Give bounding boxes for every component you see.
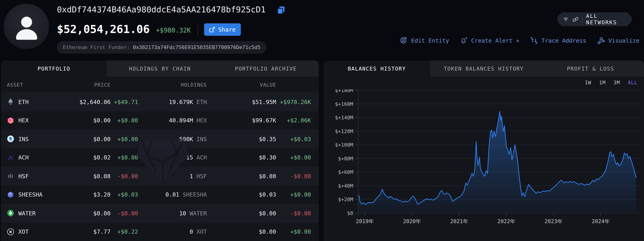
table-row[interactable]: WATER$0.00-$0.0010 WATER$0.00-$0.00 (1, 204, 319, 223)
first-funder-badge[interactable]: Ethereum First Funder: 0x302173a74Fdc756… (57, 41, 266, 54)
share-button[interactable]: Share (204, 23, 240, 36)
range-3m[interactable]: 3M (614, 80, 620, 86)
copy-address-icon[interactable] (277, 6, 285, 14)
asset-symbol: WATER (18, 210, 36, 217)
balance-change: +$980.32K (156, 26, 191, 34)
asset-symbol: HEX (18, 117, 29, 124)
asset-value: $0.08 (207, 173, 276, 180)
tab-balances-history[interactable]: BALANCES HISTORY (324, 60, 430, 76)
portfolio-tabs: PORTFOLIO HOLDINGS BY CHAIN PORTFOLIO AR… (1, 60, 319, 76)
asset-symbol: SHEESHA (18, 191, 42, 198)
asset-price: $7.77 (60, 229, 110, 235)
asset-price-change: +$0.00 (110, 117, 138, 124)
asset-value-change: -$0.00 (276, 173, 311, 180)
table-row[interactable]: HSF$0.08-$0.001 HSF$0.08-$0.00 (1, 167, 319, 185)
asset-holdings: 15 ACH (138, 154, 207, 161)
asset-value: $99.67K (207, 117, 276, 124)
asset-symbol: ACH (18, 154, 29, 161)
asset-price: $0.00 (60, 136, 110, 143)
network-selector[interactable]: ALL NETWORKS (557, 12, 632, 26)
range-all[interactable]: ALL (628, 80, 638, 86)
asset-unit: ACH (196, 154, 207, 161)
create-alert-button[interactable]: Create Alert + (460, 37, 520, 44)
funder-address: 0x302173a74Fdc756E91E5035EB7700976De71c5… (133, 44, 260, 50)
table-row[interactable]: INS$0.00+$0.00500K INS$0.35+$0.03 (1, 130, 319, 148)
bell-icon (460, 37, 468, 44)
edit-entity-button[interactable]: Edit Entity (400, 37, 449, 44)
network-selector-label: ALL NETWORKS (586, 13, 626, 26)
link-icon (572, 16, 578, 23)
table-row[interactable]: SHEESHA$3.20+$0.030.01 SHEESHA$0.03+$0.0… (1, 185, 319, 204)
asset-price-change: +$0.03 (110, 191, 138, 198)
asset-symbol: XOT (18, 229, 29, 235)
asset-value-change: +$2.06K (276, 117, 311, 124)
table-row[interactable]: XOT$7.77+$0.220 XOT$0.00+$0.00 (1, 223, 319, 241)
svg-text:$+80M: $+80M (338, 156, 353, 162)
avatar (4, 4, 49, 49)
asset-price-change: -$0.00 (110, 173, 138, 180)
tab-holdings-by-chain[interactable]: HOLDINGS BY CHAIN (107, 60, 213, 76)
asset-holdings: 40.894M HEX (138, 117, 207, 124)
trace-icon (530, 37, 538, 44)
asset-price: $0.08 (60, 173, 110, 180)
action-label: Trace Address (542, 37, 586, 44)
asset-value-change: +$978.26K (276, 98, 311, 105)
asset-value-change: +$0.00 (276, 191, 311, 198)
visualize-button[interactable]: Visualize (598, 37, 640, 44)
asset-value: $0.30 (207, 154, 276, 161)
funder-label: Ethereum First Funder: (63, 44, 130, 50)
asset-symbol: HSF (18, 173, 29, 180)
tab-profit-loss[interactable]: PROFIT & LOSS (537, 60, 644, 76)
chart-panel: BALANCES HISTORY TOKEN BALANCES HISTORY … (324, 60, 644, 241)
range-1w[interactable]: 1W (585, 80, 592, 86)
sheesha-token-icon (7, 191, 14, 198)
asset-value-change: -$0.00 (276, 210, 311, 217)
xot-token-icon (7, 228, 14, 236)
asset-price: $2,640.06 (60, 98, 110, 105)
asset-table-header: ASSET PRICE HOLDINGS VALUE (1, 77, 319, 93)
asset-price: $0.00 (60, 117, 110, 124)
svg-text:$+140M: $+140M (335, 115, 353, 120)
asset-symbol: INS (18, 136, 29, 143)
asset-holdings: 0 XOT (138, 229, 207, 235)
portfolio-panel: PORTFOLIO HOLDINGS BY CHAIN PORTFOLIO AR… (1, 60, 319, 241)
range-1m[interactable]: 1M (599, 80, 606, 86)
tab-portfolio[interactable]: PORTFOLIO (1, 60, 107, 76)
divider (198, 25, 198, 36)
col-price: PRICE (60, 82, 110, 88)
asset-price-change: +$0.00 (110, 136, 138, 143)
ins-token-icon (7, 135, 14, 143)
asset-price-change: +$0.22 (110, 229, 138, 235)
col-holdings: HOLDINGS (138, 82, 207, 88)
tab-portfolio-archive[interactable]: PORTFOLIO ARCHIVE (213, 60, 319, 76)
person-icon (10, 10, 42, 42)
asset-symbol: ETH (18, 98, 29, 105)
trace-address-button[interactable]: Trace Address (530, 37, 586, 44)
time-range-selector: 1W 1M 3M ALL (585, 80, 638, 86)
hex-token-icon (7, 117, 14, 124)
table-row[interactable]: HEX$0.00+$0.0040.894M HEX$99.67K+$2.06K (1, 111, 319, 130)
svg-text:2021年: 2021年 (450, 218, 468, 224)
svg-text:$+100M: $+100M (335, 142, 353, 148)
asset-value-change: +$0.03 (276, 136, 311, 143)
header-actions: Edit Entity Create Alert + Trace Address (400, 37, 640, 44)
asset-holdings: 10 WATER (138, 210, 207, 217)
asset-unit: HSF (196, 173, 207, 180)
col-value: VALUE (207, 82, 276, 88)
asset-price-change: -$0.00 (110, 210, 138, 217)
svg-text:2023年: 2023年 (544, 218, 562, 224)
asset-unit: SHEESHA (183, 191, 207, 198)
col-asset: ASSET (7, 82, 60, 88)
entity-icon (400, 37, 408, 44)
asset-price-change: +$0.00 (110, 154, 138, 161)
svg-text:$0: $0 (347, 210, 354, 216)
ach-token-icon (7, 154, 14, 161)
balances-chart[interactable]: $+180M$+160M$+140M$+120M$+100M$+80M$+60M… (324, 89, 644, 227)
asset-unit: ETH (196, 98, 207, 105)
action-label: Edit Entity (411, 37, 449, 44)
table-row[interactable]: ETH$2,640.06+$49.7119.679K ETH$51.95M+$9… (1, 93, 319, 111)
tab-token-balances-history[interactable]: TOKEN BALANCES HISTORY (430, 60, 537, 76)
asset-price: $0.00 (60, 210, 110, 217)
table-row[interactable]: ACH$0.02+$0.0015 ACH$0.30+$0.00 (1, 148, 319, 167)
asset-holdings: 19.679K ETH (138, 98, 207, 105)
